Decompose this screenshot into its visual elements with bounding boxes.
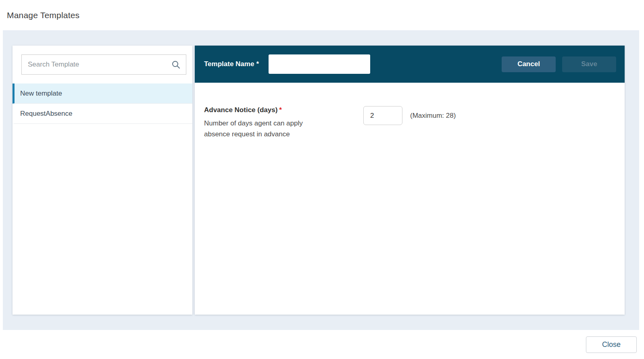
page-title: Manage Templates xyxy=(7,10,79,20)
advance-notice-input[interactable] xyxy=(363,106,402,125)
search-template-box[interactable] xyxy=(21,54,186,75)
required-marker: * xyxy=(279,106,282,114)
advance-notice-text: Advance Notice (days)* Number of days ag… xyxy=(204,106,363,140)
template-name-label: Template Name* xyxy=(204,60,259,68)
close-button[interactable]: Close xyxy=(586,336,637,353)
required-marker: * xyxy=(256,60,259,68)
search-template-input[interactable] xyxy=(28,61,168,69)
template-item-label: RequestAbsence xyxy=(20,110,72,118)
editor-body: Advance Notice (days)* Number of days ag… xyxy=(195,83,625,140)
advance-notice-input-group: (Maximum: 28) xyxy=(363,106,456,125)
template-list-item-requestabsence[interactable]: RequestAbsence xyxy=(13,104,192,124)
search-area xyxy=(13,46,192,83)
manage-templates-panel: New template RequestAbsence Template Nam… xyxy=(3,30,639,330)
template-item-label: New template xyxy=(20,90,62,98)
advance-notice-label: Advance Notice (days)* xyxy=(204,106,363,114)
template-list: New template RequestAbsence xyxy=(13,83,192,124)
advance-notice-max-hint: (Maximum: 28) xyxy=(410,112,456,120)
template-name-input[interactable] xyxy=(269,54,370,74)
editor-header: Template Name* Cancel Save xyxy=(195,46,625,83)
template-list-item-new-template[interactable]: New template xyxy=(13,83,192,104)
advance-notice-description: Number of days agent can apply absence r… xyxy=(204,118,325,140)
cancel-button[interactable]: Cancel xyxy=(502,56,556,72)
template-list-sidebar: New template RequestAbsence xyxy=(13,46,192,315)
save-button[interactable]: Save xyxy=(562,56,616,72)
template-editor: Template Name* Cancel Save Advance Notic… xyxy=(195,46,625,315)
advance-notice-field: Advance Notice (days)* Number of days ag… xyxy=(204,106,615,140)
search-icon[interactable] xyxy=(171,60,181,69)
